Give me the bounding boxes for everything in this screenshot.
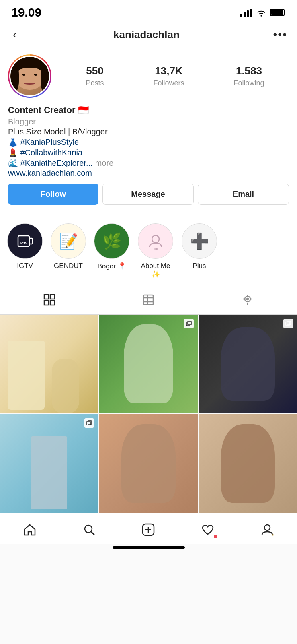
heart-icon — [201, 523, 215, 537]
nav-home[interactable] — [13, 520, 46, 540]
bio-tag2[interactable]: 💄 #CollabwithKania — [8, 148, 289, 157]
following-count: 1.583 — [236, 65, 262, 77]
highlight-aboutme-label: About Me ✨ — [137, 262, 174, 279]
signal-icon — [240, 8, 252, 17]
highlight-aboutme[interactable]: ME About Me ✨ — [137, 223, 174, 279]
reel-icon — [142, 293, 155, 306]
highlight-plus-circle: ➕ — [182, 223, 217, 259]
svg-rect-3 — [18, 236, 29, 246]
more-options-button[interactable]: ••• — [273, 28, 287, 41]
following-stat[interactable]: 1.583 Following — [234, 65, 264, 87]
bio-subtitle: Blogger — [8, 117, 289, 126]
posts-count: 550 — [86, 65, 103, 77]
multi-post-indicator — [84, 418, 94, 428]
bio-section: Content Creator 🇮🇩 Blogger Plus Size Mod… — [8, 105, 289, 178]
nav-activity[interactable] — [191, 520, 224, 540]
highlight-plus-label: Plus — [193, 262, 206, 270]
highlight-gendut[interactable]: 📝 GENDUT — [51, 223, 86, 279]
posts-stat[interactable]: 550 Posts — [86, 65, 104, 87]
grid-post-4[interactable] — [0, 414, 98, 512]
bio-link[interactable]: www.kaniadachlan.com — [8, 169, 92, 178]
grid-post-3[interactable] — [199, 315, 297, 413]
nav-profile[interactable]: kania — [251, 520, 284, 540]
grid-post-6[interactable] — [199, 414, 297, 512]
highlight-bogor[interactable]: 🌿 Bogor 📍 — [94, 223, 129, 279]
followers-stat[interactable]: 13,7K Followers — [153, 65, 184, 87]
svg-point-25 — [85, 525, 92, 533]
home-indicator — [113, 546, 185, 549]
tab-grid[interactable] — [0, 286, 99, 314]
bio-tag1[interactable]: 👗 #KaniaPlusStyle — [8, 137, 289, 147]
tab-reel[interactable] — [99, 286, 198, 314]
svg-rect-13 — [143, 295, 153, 305]
nav-search[interactable] — [73, 520, 106, 540]
avatar-story-ring[interactable] — [8, 54, 51, 98]
profile-nav-icon: kania — [260, 523, 274, 537]
multi-post-indicator — [283, 319, 293, 328]
svg-text:ME: ME — [154, 247, 160, 251]
highlight-igtv-label: IGTV — [17, 262, 33, 270]
posts-label: Posts — [86, 79, 104, 87]
highlight-bogor-circle: 🌿 — [94, 223, 129, 259]
post-grid — [0, 315, 297, 513]
highlight-bogor-label: Bogor 📍 — [97, 262, 126, 270]
followers-count: 13,7K — [155, 65, 182, 77]
grid-post-2[interactable] — [99, 315, 197, 413]
svg-rect-2 — [271, 10, 283, 15]
svg-rect-10 — [50, 295, 55, 299]
battery-icon — [270, 8, 286, 17]
following-label: Following — [234, 79, 264, 87]
svg-point-30 — [264, 525, 270, 530]
profile-top-row: 550 Posts 13,7K Followers 1.583 Followin… — [8, 54, 289, 98]
activity-dot — [214, 535, 217, 538]
highlight-gendut-circle: 📝 — [51, 223, 86, 259]
bio-display-name: Content Creator 🇮🇩 — [8, 105, 289, 116]
svg-line-26 — [91, 532, 94, 535]
status-time: 19.09 — [11, 6, 41, 19]
home-icon — [23, 523, 37, 537]
highlights-scroll: IGTV IGTV 📝 GENDUT 🌿 Bogor 📍 — [0, 222, 297, 284]
bottom-nav: kania — [0, 513, 297, 544]
svg-point-7 — [152, 235, 159, 243]
svg-text:IGTV: IGTV — [20, 242, 27, 245]
status-icons — [240, 8, 286, 17]
svg-rect-12 — [50, 301, 55, 305]
grid-post-5[interactable] — [99, 414, 197, 512]
bio-more-label[interactable]: more — [95, 159, 114, 168]
tabs-row — [0, 286, 297, 315]
grid-icon — [43, 293, 56, 306]
highlight-aboutme-circle: ME — [138, 223, 173, 259]
action-buttons: Follow Message Email — [8, 184, 289, 205]
grid-post-1[interactable] — [0, 315, 98, 413]
search-icon — [82, 523, 96, 537]
highlights-section: IGTV IGTV 📝 GENDUT 🌿 Bogor 📍 — [0, 218, 297, 286]
back-button[interactable]: ‹ — [10, 27, 20, 43]
profile-username: kaniadachlan — [113, 29, 180, 41]
highlight-igtv-circle: IGTV — [7, 223, 43, 259]
svg-rect-11 — [44, 301, 49, 305]
multi-post-indicator — [184, 319, 194, 328]
highlight-igtv[interactable]: IGTV IGTV — [7, 223, 43, 279]
add-icon — [141, 523, 155, 537]
tagged-icon — [241, 293, 254, 306]
highlight-gendut-label: GENDUT — [54, 262, 83, 270]
highlight-plus[interactable]: ➕ Plus — [182, 223, 217, 279]
header: ‹ kaniadachlan ••• — [0, 23, 297, 47]
svg-rect-9 — [44, 295, 49, 299]
tab-tagged[interactable] — [198, 286, 297, 314]
avatar — [9, 56, 50, 97]
bio-line1: Plus Size Model | B/Vlogger — [8, 127, 289, 136]
svg-point-18 — [247, 298, 248, 300]
stats-row: 550 Posts 13,7K Followers 1.583 Followin… — [61, 65, 289, 87]
message-button[interactable]: Message — [102, 184, 194, 205]
bio-tag3[interactable]: 🌊 #KaniatheExplorer... more — [8, 158, 289, 168]
follow-button[interactable]: Follow — [8, 184, 98, 205]
svg-text:kania: kania — [272, 533, 274, 537]
followers-label: Followers — [153, 79, 184, 87]
svg-rect-1 — [284, 11, 285, 14]
email-button[interactable]: Email — [198, 184, 289, 205]
wifi-icon — [256, 8, 266, 17]
svg-rect-4 — [29, 238, 33, 244]
status-bar: 19.09 — [0, 0, 297, 23]
nav-add[interactable] — [132, 520, 165, 540]
